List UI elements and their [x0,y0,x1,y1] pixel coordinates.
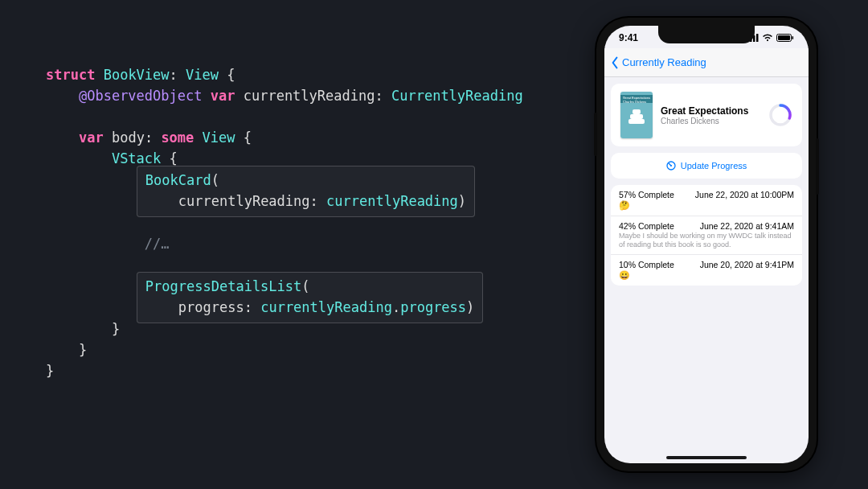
progress-pct: 42% Complete [619,221,674,231]
proto-view: View [186,67,219,83]
highlight-bookcard: BookCard( currentlyReading: currentlyRea… [137,166,475,217]
attr-observedobject: @ObservedObject [79,88,203,104]
highlight-progressdetails: ProgressDetailsList( progress: currently… [137,272,484,323]
iphone-frame: 9:41 Currently Reading Great Expectation… [596,18,817,471]
arg-label: currentlyReading [178,193,310,209]
svg-rect-6 [792,36,794,39]
type-bookview: BookView [104,67,170,83]
list-item[interactable]: 10% CompleteJune 20, 2020 at 9:41PM 😀 [611,255,802,286]
type-currentlyreading: CurrentlyReading [391,88,523,104]
chevron-left-icon [609,56,620,69]
book-info: Great Expectations Charles Dickens [661,105,748,125]
book-cover: Great Expectations Charles Dickens [620,92,653,138]
type-view2: View [203,129,235,146]
comment: //… [145,236,170,252]
var-body: body [112,129,145,146]
svg-point-9 [670,165,672,166]
status-time: 9:41 [619,32,638,43]
progress-emoji: 🤔 [619,200,794,211]
book-title: Great Expectations [661,105,748,117]
update-progress-button[interactable]: Update Progress [611,153,802,179]
arg-value: currentlyReading [326,193,458,209]
list-item[interactable]: 57% CompleteJune 22, 2020 at 10:00PM 🤔 [611,185,802,216]
kw-var: var [211,88,235,104]
battery-icon [776,34,794,42]
gauge-icon [666,161,676,171]
arg-label2: progress [178,299,244,315]
screen-content: Great Expectations Charles Dickens Great… [604,77,809,463]
vstack: VStack [112,150,161,166]
svg-rect-3 [756,34,759,42]
nav-back-label: Currently Reading [622,56,706,68]
notch [658,26,755,43]
list-item[interactable]: 42% CompleteJune 22, 2020 at 9:41AM Mayb… [611,216,802,255]
progress-note: Maybe I should be working on my WWDC tal… [619,232,794,249]
book-author: Charles Dickens [661,117,748,125]
progress-date: June 22, 2020 at 10:00PM [695,190,794,199]
wifi-icon [762,34,773,42]
progress-pct: 57% Complete [619,190,674,199]
progress-emoji: 😀 [619,270,794,281]
kw-var2: var [79,129,104,146]
arg-prop: progress [400,299,466,315]
progress-date: June 20, 2020 at 9:41PM [700,260,794,269]
arg-recv: currentlyReading [260,299,392,315]
kw-struct: struct [46,67,95,83]
book-card[interactable]: Great Expectations Charles Dickens Great… [611,84,802,146]
progress-pct: 10% Complete [619,260,674,269]
kw-some: some [161,129,194,146]
code-block: struct BookView: View { @ObservedObject … [46,43,523,381]
presentation-slide: struct BookView: View { @ObservedObject … [0,0,868,489]
home-indicator[interactable] [666,456,747,459]
update-progress-label: Update Progress [681,161,747,171]
svg-rect-5 [778,35,790,40]
call-bookcard: BookCard [145,172,211,188]
var-name: currentlyReading [244,88,375,104]
progress-date: June 22, 2020 at 9:41AM [700,221,794,231]
progress-ring-icon [768,103,792,127]
progress-list: 57% CompleteJune 22, 2020 at 10:00PM 🤔 4… [611,185,802,286]
nav-bar[interactable]: Currently Reading [604,48,809,77]
call-progressdetails: ProgressDetailsList [145,278,301,294]
iphone-screen: 9:41 Currently Reading Great Expectation… [604,26,809,463]
